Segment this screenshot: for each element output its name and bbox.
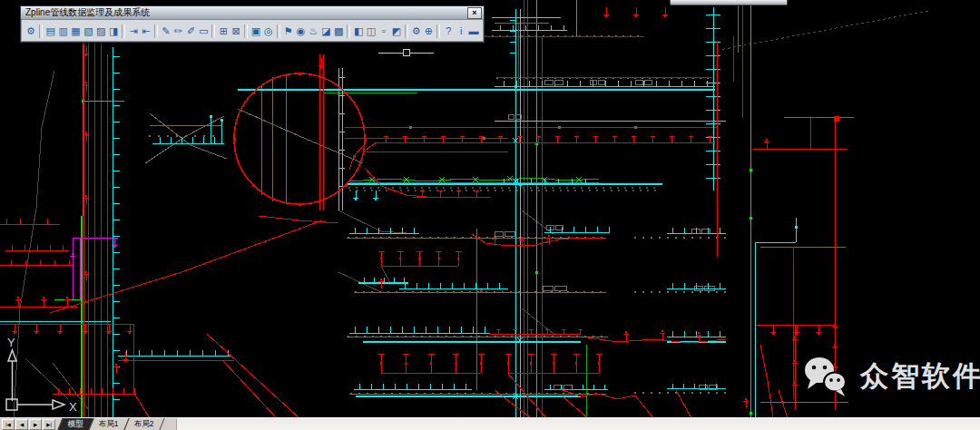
bottom-bar: |◀◀▶▶| 模型布局1布局2: [0, 417, 980, 430]
web-publish-icon[interactable]: ◎: [262, 24, 275, 38]
close-icon[interactable]: ×: [467, 7, 482, 19]
hot-mark-icon[interactable]: ♨: [308, 24, 320, 38]
toolbar-separator: [154, 24, 158, 38]
crop-select-icon[interactable]: ▫: [377, 24, 390, 38]
toolbar-separator: [244, 24, 248, 38]
zpline-toolbar-window: Zpline管线数据监理及成果系统 × ⚙▤▥▦▧▨◨⇥⇤✎✏✐▭⊞⊠▣◎⚑◉♨…: [20, 5, 485, 43]
draw-symbol-icon[interactable]: ✐: [185, 24, 198, 38]
doc-export-icon[interactable]: ▣: [250, 24, 262, 38]
help-icon[interactable]: ?: [442, 24, 455, 38]
ucs-y-arrow: [8, 350, 16, 361]
background-window-titlebar[interactable]: [670, 0, 788, 5]
toolbar-separator: [405, 24, 408, 38]
data-save-icon[interactable]: ▦: [70, 24, 83, 38]
layout-tabs: 模型布局1布局2: [61, 418, 162, 430]
tab-nav-previous-button[interactable]: ◀: [15, 419, 28, 430]
tab-layout1[interactable]: 布局1: [88, 418, 129, 430]
pan-view-icon[interactable]: ◧: [352, 24, 365, 38]
select-window-icon[interactable]: ⊞: [217, 24, 230, 38]
toolbar-icon-row: ⚙▤▥▦▧▨◨⇥⇤✎✏✐▭⊞⊠▣◎⚑◉♨◪▩◧◫▫◩⚙⊕?i▬: [21, 20, 484, 42]
tab-nav-buttons: |◀◀▶▶|: [2, 419, 56, 430]
tab-layout2[interactable]: 布局2: [123, 418, 164, 430]
draw-point-icon[interactable]: ✏: [172, 24, 185, 38]
ucs-x-label: X: [69, 400, 77, 414]
new-window-icon[interactable]: ◫: [365, 24, 377, 38]
settings-icon[interactable]: ⚙: [24, 24, 37, 38]
about-icon[interactable]: i: [455, 24, 467, 38]
image-manage-icon[interactable]: ◨: [107, 24, 120, 38]
tab-nav-next-button[interactable]: ▶: [29, 419, 42, 430]
ucs-x-arrow: [53, 400, 64, 409]
import-icon[interactable]: ⇥: [127, 24, 140, 38]
toolbar-separator: [211, 24, 215, 38]
ucs-y-label: Y: [7, 336, 15, 349]
data-send-icon[interactable]: ▥: [57, 24, 70, 38]
toolbar-separator: [39, 24, 43, 38]
tool-add-icon[interactable]: ⊕: [423, 24, 436, 38]
tab-nav-last-button[interactable]: ▶|: [43, 419, 55, 430]
keypad-icon[interactable]: ▬: [467, 24, 480, 38]
data-add-icon[interactable]: ▤: [44, 24, 57, 38]
data-search-icon[interactable]: ▧: [82, 24, 94, 38]
tab-nav-first-button[interactable]: |◀: [2, 419, 15, 430]
application-window: Zpline管线数据监理及成果系统 × ⚙▤▥▦▧▨◨⇥⇤✎✏✐▭⊞⊠▣◎⚑◉♨…: [0, 0, 980, 430]
data-edit-icon[interactable]: ▨: [94, 24, 107, 38]
toolbar-separator: [347, 24, 350, 38]
layout-tab-cluster: |◀◀▶▶| 模型布局1布局2: [0, 418, 177, 430]
view-search-icon[interactable]: ◉: [295, 24, 308, 38]
toolbar-separator: [436, 24, 440, 38]
toolbar-separator: [122, 24, 125, 38]
ucs-icon: Y X: [0, 330, 100, 418]
flag-check-icon[interactable]: ⚑: [282, 24, 295, 38]
select-object-icon[interactable]: ⊠: [230, 24, 242, 38]
grid-view-icon[interactable]: ▩: [332, 24, 345, 38]
toolbar-separator: [277, 24, 280, 38]
disk-save-icon[interactable]: ◪: [319, 24, 332, 38]
toolbar-titlebar[interactable]: Zpline管线数据监理及成果系统 ×: [21, 6, 484, 20]
block-manage-icon[interactable]: ◩: [390, 24, 403, 38]
drawing-canvas[interactable]: [0, 0, 980, 418]
draw-line-icon[interactable]: ✎: [160, 24, 172, 38]
toolbar-title: Zpline管线数据监理及成果系统: [25, 6, 150, 19]
tool-settings-icon[interactable]: ⚙: [410, 24, 423, 38]
export-icon[interactable]: ⇤: [140, 24, 152, 38]
draw-table-icon[interactable]: ▭: [197, 24, 210, 38]
